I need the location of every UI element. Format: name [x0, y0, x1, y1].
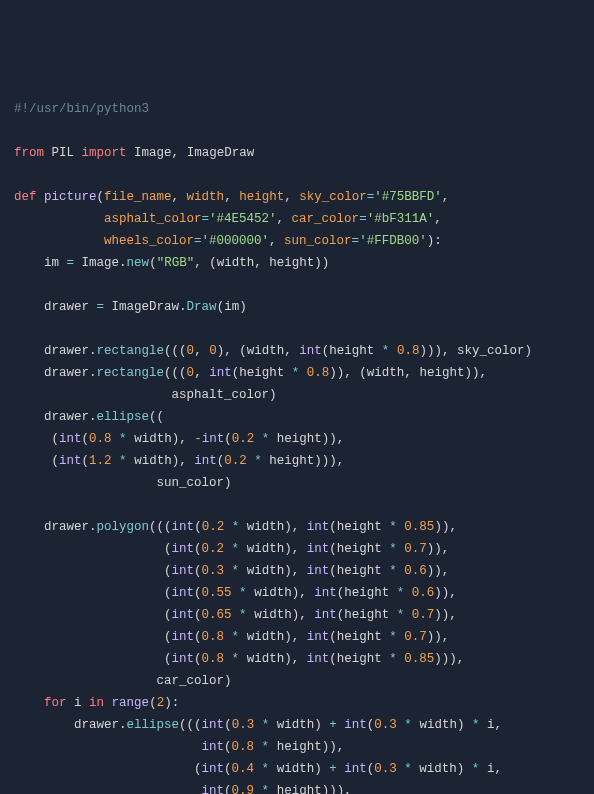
kw-from: from: [14, 146, 44, 160]
mod-imagedraw: ImageDraw: [187, 146, 255, 160]
kw-import: import: [82, 146, 127, 160]
func-picture: picture: [44, 190, 97, 204]
kw-def: def: [14, 190, 37, 204]
code-block: #!/usr/bin/python3 from PIL import Image…: [14, 98, 580, 794]
mod-pil: PIL: [52, 146, 75, 160]
shebang-line: #!/usr/bin/python3: [14, 102, 149, 116]
mod-image: Image: [134, 146, 172, 160]
